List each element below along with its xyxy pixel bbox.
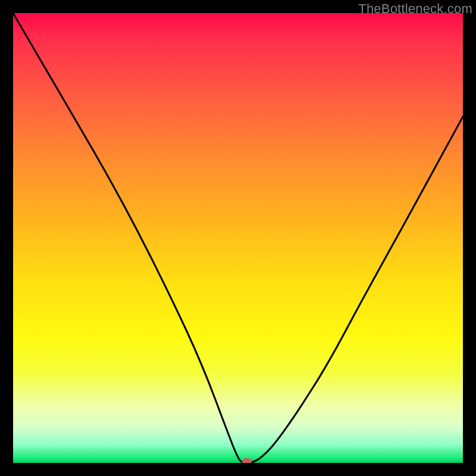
chart-frame: TheBottleneck.com bbox=[0, 0, 476, 476]
minimum-marker bbox=[242, 458, 252, 463]
bottleneck-curve-path bbox=[13, 13, 463, 463]
plot-area bbox=[13, 13, 463, 463]
curve-svg bbox=[13, 13, 463, 463]
